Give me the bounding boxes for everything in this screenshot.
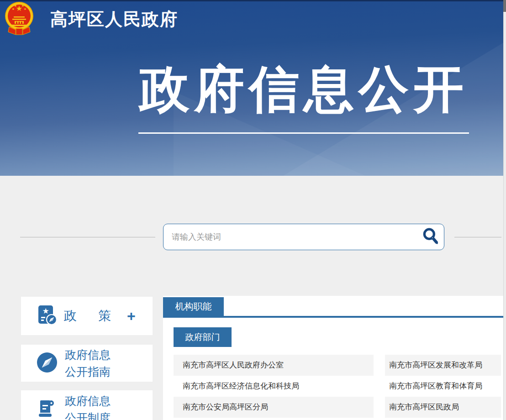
search-divider-right <box>454 237 501 237</box>
table-row: 南充市高坪区人民政府办公室 南充市高坪区发展和改革局 <box>174 355 501 376</box>
site-brand[interactable]: ★ ★ ★ ★ ★ 高坪区人民政府 <box>5 1 178 37</box>
banner: ★ ★ ★ ★ ★ 高坪区人民政府 <box>0 0 506 176</box>
department-list: 南充市高坪区人民政府办公室 南充市高坪区发展和改革局 南充市高坪区经济信息化和科… <box>174 355 501 418</box>
search-divider-left <box>20 237 155 237</box>
table-row: 南充市高坪区经济信息化和科技局 南充市高坪区教育和体育局 <box>174 376 501 397</box>
national-emblem-icon: ★ ★ ★ ★ ★ <box>5 1 34 37</box>
sidebar-item-label: 政府信息 <box>65 346 111 363</box>
policy-icon: ★ <box>37 304 58 327</box>
table-row: 南充市公安局高坪区分局 南充市高坪区民政局 <box>174 397 501 418</box>
sidebar-item-label: 政 <box>64 307 77 325</box>
scrollbar-track[interactable] <box>503 0 506 420</box>
page-title: 政府信息公开 <box>138 64 469 114</box>
svg-text:★: ★ <box>24 7 26 10</box>
sidebar-item-policy[interactable]: ★ 政 策 + <box>21 297 153 335</box>
svg-text:★: ★ <box>42 307 49 315</box>
title-underline <box>138 132 469 134</box>
scroll-icon <box>37 398 58 420</box>
scrollbar-thumb[interactable] <box>503 0 506 12</box>
page: ★ ★ ★ ★ ★ 高坪区人民政府 <box>0 0 506 420</box>
tab-organization-functions[interactable]: 机构职能 <box>163 297 224 316</box>
tab-underline <box>163 316 503 318</box>
search-icon <box>422 227 440 247</box>
search-button[interactable] <box>417 224 444 250</box>
sidebar-item-open-rules[interactable]: 政府信息 公开制度 <box>21 390 153 420</box>
svg-text:★: ★ <box>14 4 17 7</box>
org-link[interactable]: 南充市高坪区人民政府办公室 <box>174 355 374 376</box>
org-link[interactable]: 南充市公安局高坪区分局 <box>174 397 374 418</box>
search-box <box>163 224 444 250</box>
sidebar-item-label: 政府信息 <box>65 393 111 410</box>
compass-icon <box>37 352 58 375</box>
org-link[interactable]: 南充市高坪区教育和体育局 <box>385 376 501 397</box>
site-name: 高坪区人民政府 <box>50 8 178 31</box>
content-panel: 机构职能 政府部门 南充市高坪区人民政府办公室 南充市高坪区发展和改革局 南充市… <box>163 296 503 420</box>
svg-text:★: ★ <box>21 4 24 7</box>
hero: 政府信息公开 <box>138 64 469 134</box>
org-link[interactable]: 南充市高坪区发展和改革局 <box>385 355 501 376</box>
org-link[interactable]: 南充市高坪区民政局 <box>385 397 501 418</box>
sidebar-item-label: 策 <box>98 307 111 325</box>
sidebar-item-label: 公开制度 <box>65 410 111 420</box>
search-input[interactable] <box>163 224 417 250</box>
sidebar-item-label: 公开指南 <box>65 363 111 380</box>
government-departments-button[interactable]: 政府部门 <box>174 327 232 347</box>
sidebar-item-open-guide[interactable]: 政府信息 公开指南 <box>21 345 153 382</box>
expand-plus-icon[interactable]: + <box>127 309 136 323</box>
org-link[interactable]: 南充市高坪区经济信息化和科技局 <box>174 376 374 397</box>
svg-text:★: ★ <box>12 7 15 10</box>
